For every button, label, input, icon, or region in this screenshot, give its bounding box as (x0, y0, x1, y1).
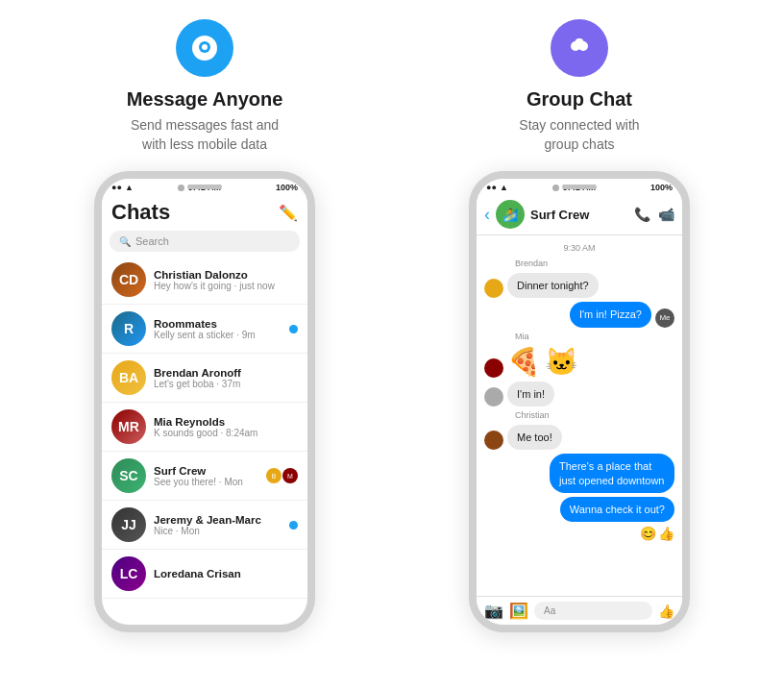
message-bubble: There's a place that just opened downtow… (550, 454, 674, 493)
unread-dot (289, 325, 298, 333)
right-feature-column: Group Chat Stay connected with group cha… (397, 19, 762, 632)
right-feature-title: Group Chat (527, 88, 632, 111)
sticker-area: 🍕🐱 (507, 346, 578, 378)
right-feature-subtitle: Stay connected with group chats (519, 116, 639, 154)
back-button[interactable]: ‹ (484, 205, 490, 225)
message-time: 9:30 AM (484, 243, 674, 253)
message-row: Me too! (484, 425, 674, 450)
chat-avatar: MR (111, 409, 146, 444)
chat-list-item[interactable]: CDChristian DalonzoHey how's it going · … (102, 256, 307, 305)
message-bubble: I'm in! (507, 382, 554, 407)
message-avatar: Me (655, 308, 674, 328)
phone-speaker (187, 185, 222, 189)
sticker-row: 🍕🐱 (484, 346, 674, 378)
chat-preview: Nice · Mon (154, 526, 282, 536)
search-placeholder: Search (135, 235, 169, 247)
chat-header-icons: 📞 📹 (634, 207, 674, 222)
chats-header: Chats ✏️ (102, 194, 307, 229)
message-bubble: Me too! (507, 425, 562, 450)
image-icon[interactable]: 🖼️ (509, 602, 528, 620)
group-chat-icon-circle (551, 19, 608, 77)
phone-call-icon[interactable]: 📞 (634, 207, 650, 222)
svg-point-2 (202, 44, 208, 50)
chat-name: Jeremy & Jean-Marc (154, 514, 282, 526)
group-chat-header: ‹ 🏄 Surf Crew 📞 📹 (477, 194, 682, 235)
chat-name: Mia Reynolds (154, 416, 298, 428)
sender-label-brendan: Brendan (515, 259, 674, 268)
message-row: Wanna check it out? (484, 497, 674, 522)
left-phone-content: Chats ✏️ 🔍 Search CDChristian DalonzoHey… (102, 194, 307, 625)
send-icon[interactable]: 👍 (658, 604, 674, 619)
right-phone-speaker (562, 185, 597, 189)
chat-name: Surf Crew (154, 465, 258, 477)
group-chat-name: Surf Crew (530, 208, 628, 222)
emoji-reactions: 😊👍 (484, 526, 674, 541)
page-container: Message Anyone Send messages fast and wi… (0, 0, 784, 690)
chat-preview: See you there! · Mon (154, 477, 258, 487)
chat-name: Christian Dalonzo (154, 269, 298, 281)
chat-list-item[interactable]: RRoommatesKelly sent a sticker · 9m (102, 305, 307, 354)
message-row: I'm in! (484, 382, 674, 407)
group-avatars: BM (266, 468, 298, 483)
chat-avatar: BA (111, 360, 146, 395)
input-icons: 📷 🖼️ (484, 602, 528, 620)
message-bubble: Wanna check it out? (560, 497, 674, 522)
chat-list-item[interactable]: LCLoredana Crisan (102, 550, 307, 599)
chats-title: Chats (111, 200, 170, 225)
message-avatar (484, 279, 503, 298)
right-phone-frame: ●● ▲ 9:41 AM 100% ‹ 🏄 Surf Crew 📞 (469, 171, 690, 632)
message-input[interactable]: Aa (534, 602, 652, 620)
chat-avatar: LC (111, 556, 146, 591)
chat-name: Roommates (154, 318, 282, 330)
message-avatar (484, 358, 503, 378)
camera-icon[interactable]: 📷 (484, 602, 503, 620)
chat-avatar: CD (111, 262, 146, 297)
chat-preview: Let's get boba · 37m (154, 379, 298, 389)
chat-avatar: R (111, 311, 146, 346)
chat-name: Loredana Crisan (154, 568, 298, 579)
sender-label-christian: Christian (515, 410, 674, 420)
chat-preview: Kelly sent a sticker · 9m (154, 330, 282, 340)
message-anyone-icon-circle (176, 19, 233, 77)
chat-avatar: JJ (111, 507, 146, 542)
message-bubble: I'm in! Pizza? (570, 302, 651, 327)
left-feature-title: Message Anyone (127, 88, 283, 111)
chat-list: CDChristian DalonzoHey how's it going · … (102, 256, 307, 625)
video-call-icon[interactable]: 📹 (658, 207, 674, 222)
message-bubble: Dinner tonight? (507, 273, 599, 298)
chat-preview: Hey how's it going · just now (154, 281, 298, 291)
chat-avatar: SC (111, 458, 146, 493)
svg-point-8 (576, 38, 583, 46)
message-avatar (484, 387, 503, 407)
left-feature-subtitle: Send messages fast and with less mobile … (131, 116, 279, 154)
left-phone-frame: ●● ▲ 9:41 AM 100% Chats ✏️ 🔍 Search (94, 171, 315, 632)
chat-preview: K sounds good · 8:24am (154, 428, 298, 438)
message-row: There's a place that just opened downtow… (484, 454, 674, 493)
left-feature-column: Message Anyone Send messages fast and wi… (22, 19, 387, 632)
message-row: Dinner tonight? (484, 273, 674, 298)
search-bar[interactable]: 🔍 Search (110, 231, 300, 252)
messages-area: 9:30 AMBrendanDinner tonight?I'm in! Piz… (477, 235, 682, 596)
search-icon: 🔍 (119, 236, 131, 247)
status-left: ●● ▲ (111, 183, 134, 192)
unread-dot (289, 521, 298, 530)
chat-list-item[interactable]: BABrendan AronoffLet's get boba · 37m (102, 354, 307, 403)
chat-list-item[interactable]: SCSurf CrewSee you there! · MonBM (102, 452, 307, 501)
message-row: I'm in! Pizza?Me (484, 302, 674, 327)
right-phone-content: ‹ 🏄 Surf Crew 📞 📹 9:30 AMBrendanDinner t… (477, 194, 682, 625)
group-avatar: 🏄 (496, 200, 525, 229)
chat-input-bar: 📷 🖼️ Aa 👍 (477, 596, 682, 625)
chat-name: Brendan Aronoff (154, 367, 298, 379)
compose-icon[interactable]: ✏️ (279, 204, 298, 222)
chat-list-item[interactable]: JJJeremy & Jean-MarcNice · Mon (102, 501, 307, 550)
chat-list-item[interactable]: MRMia ReynoldsK sounds good · 8:24am (102, 403, 307, 452)
message-avatar (484, 431, 503, 450)
sender-label-mia: Mia (515, 332, 674, 341)
status-right-left: 100% (276, 183, 298, 192)
